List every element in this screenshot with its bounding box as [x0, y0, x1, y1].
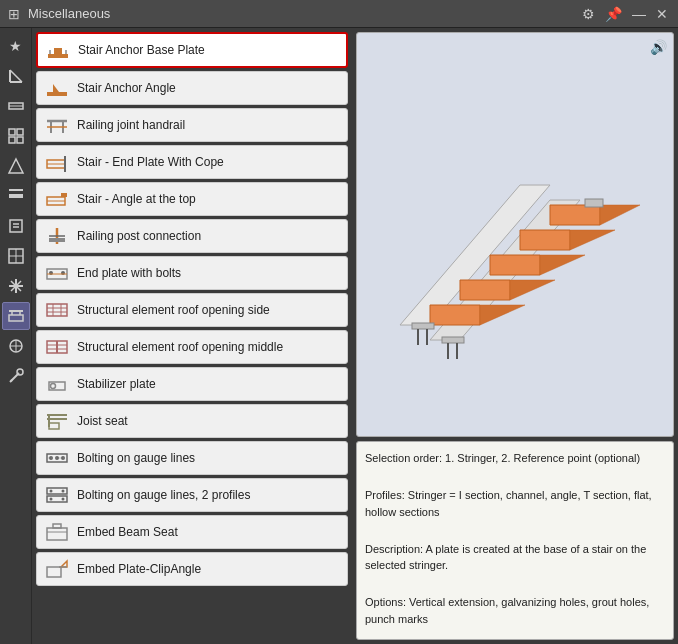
svg-rect-36: [47, 92, 67, 96]
item-label-5: Railing post connection: [77, 229, 339, 243]
svg-marker-96: [520, 230, 570, 250]
list-item[interactable]: Bolting on gauge lines: [36, 441, 348, 475]
item-icon-10: [45, 409, 69, 433]
svg-rect-49: [49, 238, 65, 242]
svg-rect-8: [17, 137, 23, 143]
item-icon-13: [45, 520, 69, 544]
sidebar-icon-frame[interactable]: [2, 242, 30, 270]
svg-marker-90: [430, 305, 480, 325]
item-label-8: Structural element roof opening middle: [77, 340, 339, 354]
item-label-11: Bolting on gauge lines: [77, 451, 339, 465]
sidebar-icon-wrench[interactable]: [2, 362, 30, 390]
settings-button[interactable]: ⚙: [580, 6, 597, 22]
list-item[interactable]: Structural element roof opening side: [36, 293, 348, 327]
list-item[interactable]: Stair - End Plate With Cope: [36, 145, 348, 179]
right-panel: 🔊: [352, 28, 678, 644]
item-label-7: Structural element roof opening side: [77, 303, 339, 317]
list-item[interactable]: Stabilizer plate: [36, 367, 348, 401]
svg-rect-106: [585, 199, 603, 207]
svg-point-78: [62, 490, 65, 493]
stair-preview: [370, 105, 660, 365]
list-item[interactable]: Railing joint handrail: [36, 108, 348, 142]
main-window: ⊞ Miscellaneous ⚙ 📌 — ✕ ★: [0, 0, 678, 644]
list-item[interactable]: Stair - Angle at the top: [36, 182, 348, 216]
svg-point-80: [62, 498, 65, 501]
main-area: ★: [0, 28, 678, 644]
svg-rect-69: [49, 423, 59, 429]
item-icon-8: [45, 335, 69, 359]
svg-marker-98: [550, 205, 600, 225]
item-label-13: Embed Beam Seat: [77, 525, 339, 539]
svg-rect-100: [412, 323, 434, 329]
svg-marker-94: [490, 255, 540, 275]
sound-icon: 🔊: [650, 39, 667, 55]
list-item[interactable]: Embed Beam Seat: [36, 515, 348, 549]
sidebar-icon-clip[interactable]: [2, 182, 30, 210]
item-icon-9: [45, 372, 69, 396]
svg-rect-81: [47, 528, 67, 540]
svg-rect-7: [9, 137, 15, 143]
item-label-2: Railing joint handrail: [77, 118, 339, 132]
info-line1: Selection order: 1. Stringer, 2. Referen…: [365, 450, 665, 467]
item-icon-6: [45, 261, 69, 285]
sidebar-icon-beam[interactable]: [2, 92, 30, 120]
title-bar: ⊞ Miscellaneous ⚙ 📌 — ✕: [0, 0, 678, 28]
window-title: Miscellaneous: [28, 6, 110, 21]
list-item[interactable]: Bolting on gauge lines, 2 profiles: [36, 478, 348, 512]
item-label-3: Stair - End Plate With Cope: [77, 155, 339, 169]
info-line2: Profiles: Stringer = I section, channel,…: [365, 487, 665, 520]
item-label-0: Stair Anchor Base Plate: [78, 43, 338, 57]
svg-marker-37: [53, 84, 59, 92]
svg-rect-47: [61, 193, 67, 197]
svg-rect-5: [9, 129, 15, 135]
svg-rect-12: [10, 220, 22, 232]
svg-point-65: [51, 384, 56, 389]
svg-point-77: [50, 490, 53, 493]
list-item[interactable]: Joist seat: [36, 404, 348, 438]
svg-rect-10: [9, 194, 23, 198]
list-item[interactable]: Stair Anchor Angle: [36, 71, 348, 105]
middle-section: Stair Anchor Base Plate Stair Anchor Ang…: [32, 28, 678, 644]
item-label-12: Bolting on gauge lines, 2 profiles: [77, 488, 339, 502]
window-icon: ⊞: [8, 6, 20, 22]
item-label-4: Stair - Angle at the top: [77, 192, 339, 206]
svg-rect-55: [47, 304, 67, 316]
svg-rect-22: [9, 315, 23, 321]
sidebar: ★: [0, 28, 32, 644]
item-label-1: Stair Anchor Angle: [77, 81, 339, 95]
list-item[interactable]: Railing post connection: [36, 219, 348, 253]
svg-rect-84: [47, 567, 61, 577]
sidebar-icon-cross[interactable]: [2, 272, 30, 300]
sidebar-icon-misc[interactable]: [2, 302, 30, 330]
minimize-button[interactable]: —: [630, 6, 648, 22]
info-line4: Options: Vertical extension, galvanizing…: [365, 594, 665, 627]
sidebar-icon-angle[interactable]: [2, 62, 30, 90]
list-item[interactable]: Structural element roof opening middle: [36, 330, 348, 364]
sidebar-icon-star[interactable]: ★: [2, 32, 30, 60]
sidebar-icon-triangle[interactable]: [2, 152, 30, 180]
svg-point-30: [17, 369, 23, 375]
svg-rect-83: [53, 524, 61, 528]
sidebar-icon-grid[interactable]: [2, 122, 30, 150]
svg-marker-92: [460, 280, 510, 300]
list-item[interactable]: Stair Anchor Base Plate: [36, 32, 348, 68]
sidebar-icon-note[interactable]: [2, 212, 30, 240]
title-bar-left: ⊞ Miscellaneous: [8, 6, 110, 22]
close-button[interactable]: ✕: [654, 6, 670, 22]
info-line3: Description: A plate is created at the b…: [365, 541, 665, 574]
item-icon-7: [45, 298, 69, 322]
svg-marker-85: [61, 561, 67, 567]
svg-rect-33: [54, 48, 62, 54]
list-item[interactable]: End plate with bolts: [36, 256, 348, 290]
items-panel: Stair Anchor Base Plate Stair Anchor Ang…: [32, 28, 352, 644]
item-icon-12: [45, 483, 69, 507]
sidebar-icon-tools[interactable]: [2, 332, 30, 360]
svg-rect-103: [442, 337, 464, 343]
pin-button[interactable]: 📌: [603, 6, 624, 22]
svg-rect-6: [17, 129, 23, 135]
list-item[interactable]: Embed Plate-ClipAngle: [36, 552, 348, 586]
title-bar-controls: ⚙ 📌 — ✕: [580, 6, 670, 22]
svg-line-2: [10, 70, 22, 82]
item-icon-0: [46, 38, 70, 62]
svg-marker-9: [9, 159, 23, 173]
